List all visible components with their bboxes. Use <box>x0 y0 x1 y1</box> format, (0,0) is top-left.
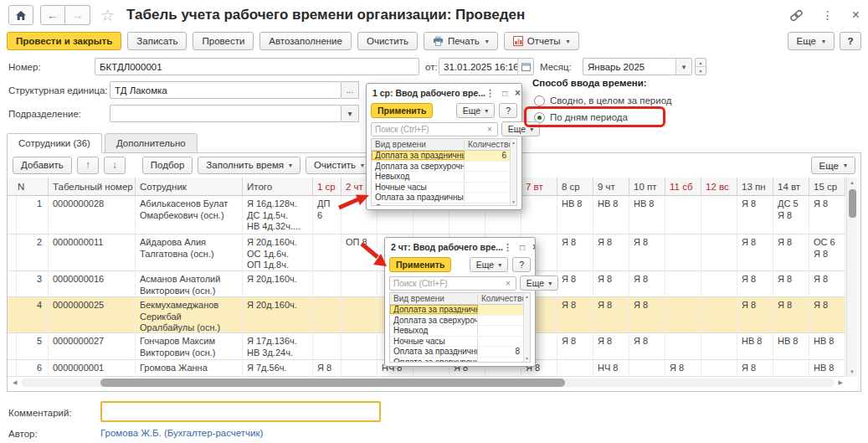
close-icon[interactable]: × <box>515 87 521 99</box>
cell-day[interactable] <box>701 271 737 297</box>
scroll-right-icon[interactable]: ▶ <box>835 379 843 386</box>
cell-tabno[interactable]: 0000000028 <box>49 196 136 234</box>
time-type-row[interactable]: Ночные часы <box>372 183 510 193</box>
chevron-down-icon[interactable]: ▾ <box>342 105 359 122</box>
cell-day[interactable] <box>342 297 378 333</box>
horizontal-scrollbar[interactable]: ◀ ▶ <box>13 378 843 388</box>
popup-scrollbar[interactable]: ▲▼ <box>510 139 516 205</box>
help-button[interactable]: ? <box>840 32 861 50</box>
maximize-icon[interactable]: □ <box>502 89 507 98</box>
col-time-type[interactable]: Вид времени <box>372 140 465 149</box>
cell-day[interactable] <box>665 234 701 271</box>
maximize-icon[interactable]: □ <box>520 243 525 252</box>
author-link[interactable]: Громова Ж.Б. (Бухгалтер-расчетчик) <box>100 428 263 438</box>
date-field[interactable]: 31.01.2025 16:16:16 <box>439 58 534 75</box>
move-up-button[interactable]: ↑ <box>77 157 99 174</box>
cell-tabno[interactable]: 0000000011 <box>49 234 136 271</box>
cell-n[interactable]: 2 <box>13 234 49 271</box>
fill-time-button[interactable]: Заполнить время▾ <box>198 157 300 174</box>
time-type-row[interactable]: Оплата за праздничные8 <box>390 347 523 358</box>
popup-title-bar[interactable]: 1 ср: Ввод рабочего вре... ⋮ □ × <box>367 84 521 100</box>
vertical-scrollbar[interactable]: ▲ ▼ <box>846 178 857 377</box>
cell-day[interactable] <box>313 297 342 333</box>
spin-down-icon[interactable]: ▼ <box>696 67 706 75</box>
popup-title-bar[interactable]: 2 чт: Ввод рабочего вре... ⋮ □ × <box>385 238 535 255</box>
cell-day[interactable]: Я 8 <box>557 271 593 297</box>
cell-tabno[interactable]: 0000000025 <box>49 297 136 333</box>
close-icon[interactable]: × <box>852 8 860 23</box>
home-button[interactable] <box>8 5 33 25</box>
cell-day[interactable]: Я 8 <box>557 234 593 271</box>
cell-day[interactable] <box>313 333 342 360</box>
cell-day[interactable]: Я 8 <box>557 333 593 360</box>
col-total-header[interactable]: Итого <box>243 178 313 196</box>
cell-day[interactable] <box>665 196 701 234</box>
vertical-scroll-thumb[interactable] <box>849 189 856 218</box>
cell-day[interactable]: Я 8 <box>737 271 773 297</box>
clear-button[interactable]: Очистить <box>357 32 418 50</box>
cell-day[interactable]: Я 8 <box>593 271 629 297</box>
cell-day[interactable] <box>342 360 378 377</box>
cell-day[interactable]: Я 8 <box>773 234 809 271</box>
cell-day[interactable]: Я 8 <box>773 297 809 333</box>
close-icon[interactable]: × <box>532 241 535 253</box>
time-type-row[interactable]: Оплата за сверхурочные <box>390 358 523 363</box>
day-column-header[interactable]: 13 пн <box>737 178 773 196</box>
time-type-row[interactable]: Невыход <box>372 172 510 183</box>
more-button[interactable]: Еще▾ <box>788 32 835 50</box>
month-spinner[interactable]: ▲▼ <box>695 58 706 75</box>
department-field[interactable] <box>110 105 342 122</box>
time-type-row[interactable]: Оплата за сверхурочные <box>372 203 510 207</box>
cell-day[interactable] <box>773 360 809 377</box>
cell-day[interactable]: Я 8 <box>737 196 773 234</box>
scroll-down-icon[interactable]: ▼ <box>525 356 529 361</box>
comment-field[interactable] <box>100 401 381 422</box>
tab-additional[interactable]: Дополнительно <box>105 133 198 153</box>
add-row-button[interactable]: Добавить <box>13 157 72 174</box>
menu-kebab-icon[interactable]: ⋮ <box>822 8 834 22</box>
cell-day[interactable] <box>313 271 342 297</box>
cell-total[interactable]: Я 20д.160ч. ОС 1д.6ч. ОП 1д.8ч. <box>243 234 313 271</box>
cell-employee[interactable]: Абилькасенов Булат Омарбекович (осн.) <box>136 196 243 234</box>
move-down-button[interactable]: ↓ <box>104 157 126 174</box>
cell-day[interactable] <box>701 360 737 377</box>
cell-n[interactable]: 5 <box>13 333 49 360</box>
col-quantity[interactable]: Количество <box>478 294 523 303</box>
cell-day[interactable]: Я 8 <box>593 234 629 271</box>
day-column-header[interactable]: 7 вт <box>521 178 557 196</box>
cell-day[interactable]: Я 8 <box>665 360 701 377</box>
cell-day[interactable]: Я 8 <box>773 271 809 297</box>
number-field[interactable]: БКТДЛ000001 <box>95 58 419 75</box>
clear-search-icon[interactable]: × <box>485 125 494 134</box>
cell-tabno[interactable]: 0000000027 <box>49 333 136 360</box>
popup-help-button[interactable]: ? <box>512 257 531 272</box>
cell-employee[interactable]: Гончаров Максим Викторович (осн.) <box>136 333 243 360</box>
unit-field[interactable]: ТД Лакомка <box>110 81 342 99</box>
cell-n[interactable]: 6 <box>13 360 49 377</box>
calendar-icon[interactable] <box>517 59 533 75</box>
pick-button[interactable]: Подбор <box>142 157 193 174</box>
day-column-header[interactable]: 11 сб <box>665 178 701 196</box>
cell-employee[interactable]: Бекмухамеджанов Серикбай Оралбайулы (осн… <box>136 297 243 333</box>
cell-employee[interactable]: Айдарова Алия Талгатовна (осн.) <box>136 234 243 271</box>
time-type-row[interactable]: Доплата за сверхурочные <box>390 316 523 327</box>
time-type-row[interactable]: Ночные часы <box>390 337 523 348</box>
cell-day[interactable]: Я 8 <box>629 271 665 297</box>
time-type-row[interactable]: Доплата за сверхурочные <box>372 162 510 173</box>
apply-button[interactable]: Применить <box>389 257 451 272</box>
cell-day[interactable]: Я 8 <box>737 234 773 271</box>
scroll-up-icon[interactable]: ▲ <box>525 294 529 299</box>
radio-summary-period[interactable]: Сводно, в целом за период <box>534 94 672 107</box>
cell-day[interactable] <box>665 333 701 360</box>
col-quantity[interactable]: Количество <box>465 140 510 149</box>
cell-employee[interactable]: Громова Жанна <box>136 360 243 377</box>
cell-day[interactable] <box>342 271 378 297</box>
popup-scrollbar[interactable]: ▲▼ <box>523 293 530 362</box>
cell-day[interactable]: ДС 5 Я 8 <box>773 196 809 234</box>
day-column-header[interactable]: 15 ср <box>809 178 845 196</box>
cell-day[interactable]: Я 8 <box>737 297 773 333</box>
cell-n[interactable]: 4 <box>13 297 49 333</box>
post-button[interactable]: Провести <box>193 32 254 50</box>
cell-day[interactable] <box>629 360 665 377</box>
cell-day[interactable]: Я 8 <box>809 196 845 234</box>
